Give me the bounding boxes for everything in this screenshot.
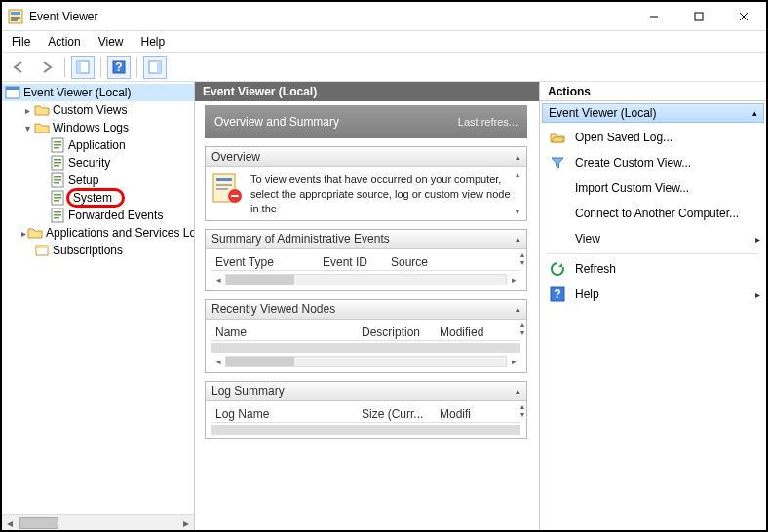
overview-text: To view events that have occurred on you… [250, 172, 520, 216]
admin-hscroll[interactable]: ◂▸ [211, 273, 520, 286]
tree-item-label: Setup [68, 173, 98, 187]
recent-header-label: Recently Viewed Nodes [211, 302, 335, 316]
expander-icon[interactable]: ▾ [21, 123, 33, 133]
help-toolbar-button[interactable]: ? [107, 56, 131, 79]
event-viewer-icon [5, 85, 20, 100]
toolbar: ? [2, 53, 766, 82]
recent-hscroll[interactable]: ◂▸ [211, 355, 520, 368]
close-button[interactable] [721, 2, 766, 31]
recent-empty-row [211, 343, 520, 353]
recent-nodes-header[interactable]: Recently Viewed Nodes ▴ [206, 300, 526, 320]
action-label: Help [575, 287, 755, 301]
tree-item-security[interactable]: Security [2, 154, 194, 171]
collapse-icon: ▴ [516, 386, 520, 396]
event-viewer-window: Event Viewer File Action View Help ? Eve… [0, 0, 768, 532]
recent-columns: Name Description Modified [211, 325, 520, 341]
menu-file[interactable]: File [12, 35, 30, 49]
log-icon [50, 137, 65, 153]
action-help[interactable]: ?Help▸ [540, 282, 766, 307]
main-area: Event Viewer (Local) ▸Custom Views▾Windo… [2, 82, 766, 530]
svg-rect-15 [6, 87, 19, 90]
col-modified2[interactable]: Modifi [436, 407, 475, 421]
tree-body: Event Viewer (Local) ▸Custom Views▾Windo… [2, 82, 194, 514]
menu-help[interactable]: Help [141, 35, 166, 49]
center-title: Event Viewer (Local) [203, 85, 317, 98]
svg-rect-41 [216, 188, 228, 190]
submenu-arrow-icon: ▸ [755, 234, 760, 245]
forward-button[interactable] [35, 56, 58, 79]
scroll-thumb[interactable] [19, 517, 58, 529]
logsum-vscroll[interactable]: ▴▾ [520, 403, 524, 419]
back-button[interactable] [8, 56, 31, 79]
actions-subheader[interactable]: Event Viewer (Local) ▴ [542, 103, 764, 123]
svg-rect-40 [216, 184, 232, 186]
svg-rect-21 [54, 159, 61, 161]
action-open-saved-log[interactable]: Open Saved Log... [540, 125, 766, 150]
tree-item-applications-and-services-lo[interactable]: ▸Applications and Services Lo [2, 224, 194, 242]
tree-horizontal-scrollbar[interactable]: ◂ ▸ [2, 514, 194, 530]
log-summary-header[interactable]: Log Summary ▴ [206, 382, 526, 401]
actions-sub-label: Event Viewer (Local) [549, 106, 657, 120]
log-icon [50, 172, 65, 188]
svg-rect-30 [54, 197, 61, 199]
overview-scrollbar[interactable]: ▴▾ [511, 171, 524, 216]
recent-vscroll[interactable]: ▴▾ [520, 322, 524, 337]
tree-item-label: Custom Views [53, 103, 127, 117]
col-event-id[interactable]: Event ID [319, 255, 387, 269]
overview-group-header[interactable]: Overview ▴ [206, 147, 526, 167]
scroll-right-icon[interactable]: ▸ [178, 516, 194, 530]
action-connect-to-another-computer[interactable]: Connect to Another Computer... [540, 201, 766, 226]
admin-columns: Event Type Event ID Source [211, 255, 520, 271]
svg-text:?: ? [554, 287, 560, 301]
tree-item-system[interactable]: System [2, 189, 194, 207]
svg-rect-5 [695, 13, 703, 20]
show-hide-action-button[interactable] [143, 56, 167, 79]
action-view[interactable]: View▸ [540, 226, 766, 251]
minimize-button[interactable] [632, 2, 676, 31]
maximize-button[interactable] [676, 2, 721, 31]
tree-item-custom-views[interactable]: ▸Custom Views [2, 101, 194, 119]
menu-view[interactable]: View [98, 35, 124, 49]
col-description[interactable]: Description [358, 325, 436, 339]
svg-rect-33 [54, 211, 61, 213]
overview-header-label: Overview [211, 150, 260, 164]
admin-vscroll[interactable]: ▴▾ [520, 251, 524, 267]
svg-rect-22 [54, 162, 61, 164]
tree-item-windows-logs[interactable]: ▾Windows Logs [2, 119, 194, 136]
action-label: Create Custom View... [575, 156, 760, 170]
col-log-name[interactable]: Log Name [211, 407, 358, 421]
col-event-type[interactable]: Event Type [211, 255, 319, 269]
col-name[interactable]: Name [211, 325, 358, 339]
collapse-icon: ▴ [516, 152, 520, 162]
folder-icon [27, 225, 43, 241]
col-size[interactable]: Size (Curr... [358, 407, 436, 421]
tree-item-label: Windows Logs [53, 121, 129, 134]
blank-icon [550, 231, 565, 247]
svg-rect-23 [54, 165, 59, 167]
action-label: Open Saved Log... [575, 131, 760, 144]
action-import-custom-view[interactable]: Import Custom View... [540, 175, 766, 201]
tree-item-subscriptions[interactable]: Subscriptions [2, 242, 194, 259]
center-header: Event Viewer (Local) [195, 82, 539, 101]
svg-rect-43 [231, 195, 239, 197]
expander-icon[interactable]: ▸ [21, 228, 26, 239]
tree-item-application[interactable]: Application [2, 136, 194, 154]
menu-action[interactable]: Action [48, 35, 80, 49]
scroll-left-icon[interactable]: ◂ [2, 516, 18, 530]
tree-item-forwarded-events[interactable]: Forwarded Events [2, 207, 194, 224]
col-modified[interactable]: Modified [436, 325, 487, 339]
show-hide-tree-button[interactable] [71, 56, 95, 79]
admin-events-header[interactable]: Summary of Administrative Events ▴ [206, 230, 526, 249]
expander-icon[interactable]: ▸ [21, 105, 33, 116]
tree-item-setup[interactable]: Setup [2, 171, 194, 189]
action-refresh[interactable]: Refresh [540, 256, 766, 282]
col-source[interactable]: Source [387, 255, 432, 269]
subscriptions-icon [34, 243, 50, 258]
tree-root[interactable]: Event Viewer (Local) [2, 84, 194, 101]
log-icon [50, 155, 65, 171]
logsum-columns: Log Name Size (Curr... Modifi [211, 407, 520, 423]
folder-icon [34, 120, 50, 135]
actions-pane: Actions Event Viewer (Local) ▴ Open Save… [540, 82, 766, 530]
action-create-custom-view[interactable]: Create Custom View... [540, 150, 766, 175]
help-icon: ? [550, 286, 565, 302]
